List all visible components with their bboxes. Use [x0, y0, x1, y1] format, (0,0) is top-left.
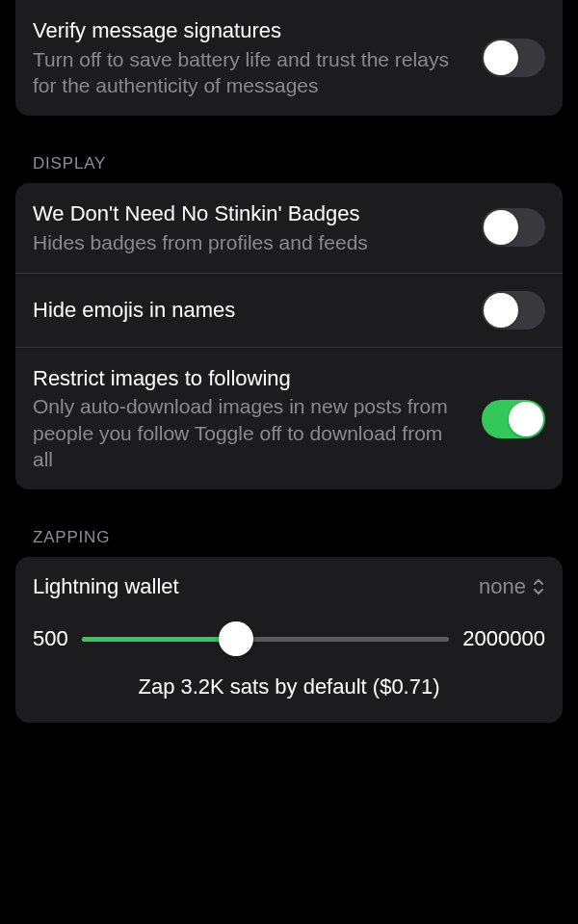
badges-title: We Don't Need No Stinkin' Badges	[33, 200, 466, 227]
wallet-value-text: none	[479, 574, 526, 599]
row-text: We Don't Need No Stinkin' Badges Hides b…	[33, 200, 482, 255]
toggle-knob	[484, 210, 518, 245]
restrict-title: Restrict images to following	[33, 365, 466, 392]
zap-slider-row: 500 2000000	[33, 620, 545, 669]
row-badges: We Don't Need No Stinkin' Badges Hides b…	[15, 183, 563, 274]
chevron-updown-icon	[532, 577, 545, 596]
slider-min-label: 500	[33, 626, 68, 651]
slider-thumb[interactable]	[219, 621, 253, 656]
wallet-value: none	[479, 574, 545, 599]
zap-default-label: Zap 3.2K sats by default ($0.71)	[33, 669, 545, 700]
verify-subtitle: Turn off to save battery life and trust …	[33, 46, 466, 99]
emojis-toggle[interactable]	[482, 291, 545, 330]
slider-max-label: 2000000	[462, 626, 545, 651]
row-text: Verify message signatures Turn off to sa…	[33, 17, 482, 98]
zapping-card: Lightning wallet none 500 2000000 Zap 3.…	[15, 557, 563, 723]
section-header-display: DISPLAY	[0, 154, 578, 183]
row-emojis: Hide emojis in names	[15, 274, 563, 348]
badges-toggle[interactable]	[482, 208, 545, 247]
row-restrict-images: Restrict images to following Only auto-d…	[15, 348, 563, 489]
section-header-zapping: ZAPPING	[0, 528, 578, 557]
badges-subtitle: Hides badges from profiles and feeds	[33, 229, 466, 255]
display-card: We Don't Need No Stinkin' Badges Hides b…	[15, 183, 563, 489]
toggle-knob	[509, 402, 543, 436]
toggle-knob	[484, 40, 518, 75]
restrict-toggle[interactable]	[482, 400, 545, 438]
row-text: Restrict images to following Only auto-d…	[33, 365, 482, 472]
verify-toggle[interactable]	[482, 39, 545, 77]
emojis-title: Hide emojis in names	[33, 297, 466, 324]
slider-fill	[82, 637, 236, 642]
row-verify-signatures: Verify message signatures Turn off to sa…	[15, 0, 563, 116]
lightning-wallet-row[interactable]: Lightning wallet none	[33, 574, 545, 620]
verify-title: Verify message signatures	[33, 17, 466, 44]
restrict-subtitle: Only auto-download images in new posts f…	[33, 393, 466, 472]
zap-slider[interactable]	[82, 637, 450, 642]
wallet-label: Lightning wallet	[33, 574, 179, 599]
row-text: Hide emojis in names	[33, 297, 482, 324]
toggle-knob	[484, 293, 518, 328]
settings-card-top: Verify message signatures Turn off to sa…	[15, 0, 563, 116]
